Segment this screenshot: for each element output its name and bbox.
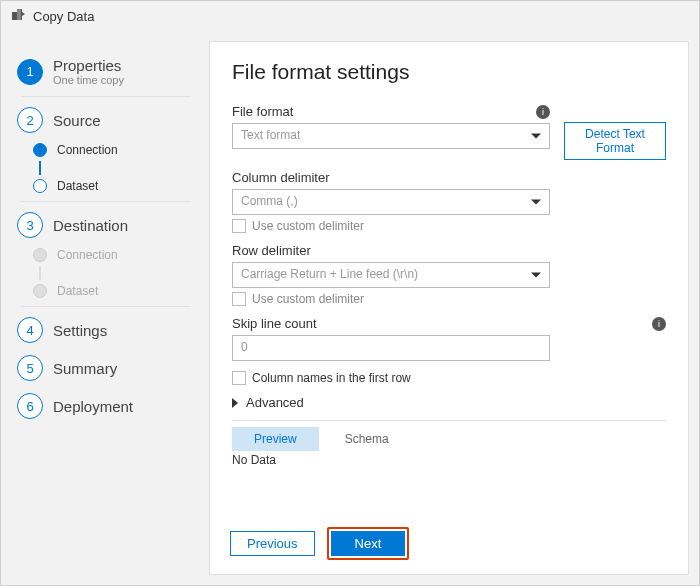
preview-tabs: Preview Schema <box>232 420 666 451</box>
step-properties[interactable]: 1 Properties One time copy <box>9 51 201 92</box>
settings-panel: File format settings File format i Text … <box>209 41 689 575</box>
row-delim-label: Row delimiter <box>232 243 311 258</box>
row-custom-checkbox[interactable] <box>232 292 246 306</box>
substep-destination-dataset[interactable]: Dataset <box>33 280 201 302</box>
tab-preview[interactable]: Preview <box>232 427 319 451</box>
wizard-sidebar: 1 Properties One time copy 2 Source Conn… <box>1 41 201 585</box>
step-settings[interactable]: 4 Settings <box>9 311 201 349</box>
step-index-icon: 4 <box>17 317 43 343</box>
substep-label: Connection <box>57 143 118 157</box>
step-label: Destination <box>53 217 128 234</box>
substep-source-dataset[interactable]: Dataset <box>33 175 201 197</box>
file-format-label: File format <box>232 104 293 119</box>
skip-value: 0 <box>241 340 248 354</box>
detect-text-format-button[interactable]: Detect Text Format <box>564 122 666 160</box>
chevron-down-icon <box>531 200 541 205</box>
step-label: Summary <box>53 360 117 377</box>
step-label: Source <box>53 112 101 129</box>
copy-data-icon <box>11 8 27 24</box>
substep-dot-icon <box>33 284 47 298</box>
step-destination[interactable]: 3 Destination <box>9 206 201 244</box>
step-label: Settings <box>53 322 107 339</box>
substep-dot-icon <box>33 248 47 262</box>
col-delim-value: Comma (,) <box>241 194 298 208</box>
advanced-label: Advanced <box>246 395 304 410</box>
file-format-value: Text format <box>241 128 300 142</box>
substep-label: Dataset <box>57 284 98 298</box>
advanced-toggle[interactable]: Advanced <box>232 395 666 410</box>
info-icon[interactable]: i <box>536 105 550 119</box>
step-source[interactable]: 2 Source <box>9 101 201 139</box>
step-summary[interactable]: 5 Summary <box>9 349 201 387</box>
substep-label: Dataset <box>57 179 98 193</box>
svg-rect-2 <box>21 9 22 20</box>
tab-schema[interactable]: Schema <box>323 427 411 451</box>
col-delim-label: Column delimiter <box>232 170 330 185</box>
row-delim-select[interactable]: Carriage Return + Line feed (\r\n) <box>232 262 550 288</box>
svg-rect-1 <box>17 9 21 20</box>
substep-label: Connection <box>57 248 118 262</box>
previous-button[interactable]: Previous <box>230 531 315 556</box>
row-custom-label: Use custom delimiter <box>252 292 364 306</box>
step-label: Deployment <box>53 398 133 415</box>
next-button[interactable]: Next <box>331 531 406 556</box>
step-index-icon: 1 <box>17 59 43 85</box>
substep-source-connection[interactable]: Connection <box>33 139 201 161</box>
preview-empty-text: No Data <box>232 451 666 467</box>
substep-dot-icon <box>33 179 47 193</box>
step-deployment[interactable]: 6 Deployment <box>9 387 201 425</box>
skip-label: Skip line count <box>232 316 317 331</box>
info-icon[interactable]: i <box>652 317 666 331</box>
page-title: File format settings <box>232 60 666 84</box>
step-sublabel: One time copy <box>53 74 124 86</box>
first-row-label: Column names in the first row <box>252 371 411 385</box>
first-row-checkbox[interactable] <box>232 371 246 385</box>
step-label: Properties <box>53 57 124 74</box>
col-custom-label: Use custom delimiter <box>252 219 364 233</box>
step-index-icon: 3 <box>17 212 43 238</box>
wizard-footer: Previous Next <box>230 527 409 560</box>
step-index-icon: 5 <box>17 355 43 381</box>
chevron-down-icon <box>531 273 541 278</box>
step-index-icon: 2 <box>17 107 43 133</box>
substep-dot-icon <box>33 143 47 157</box>
col-delim-select[interactable]: Comma (,) <box>232 189 550 215</box>
chevron-right-icon <box>232 398 238 408</box>
substep-destination-connection[interactable]: Connection <box>33 244 201 266</box>
file-format-select[interactable]: Text format <box>232 123 550 149</box>
step-index-icon: 6 <box>17 393 43 419</box>
app-title: Copy Data <box>33 9 94 24</box>
next-button-highlight: Next <box>327 527 410 560</box>
col-custom-checkbox[interactable] <box>232 219 246 233</box>
chevron-down-icon <box>531 134 541 139</box>
skip-line-input[interactable]: 0 <box>232 335 550 361</box>
titlebar: Copy Data <box>1 1 699 31</box>
row-delim-value: Carriage Return + Line feed (\r\n) <box>241 267 418 281</box>
